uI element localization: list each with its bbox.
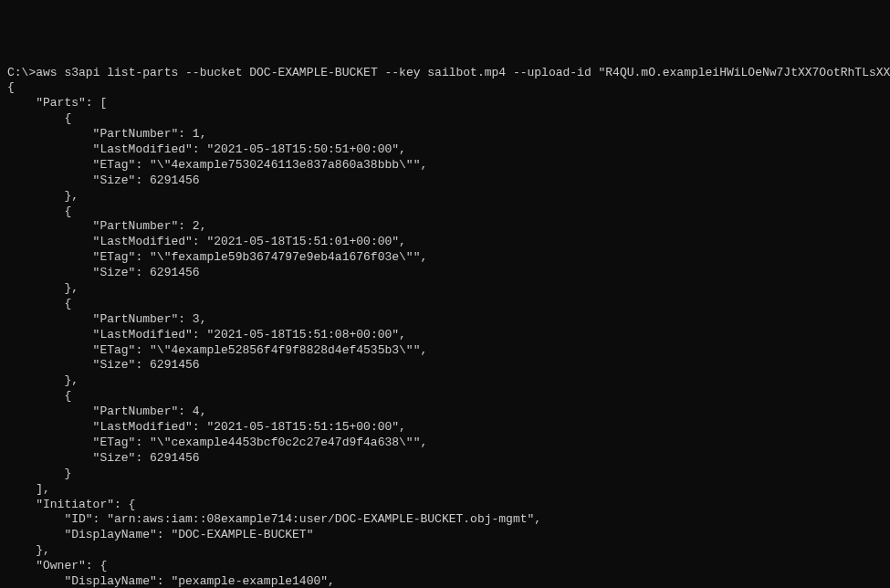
json-output: { "Parts": [ { "PartNumber": 1, "LastMod… bbox=[7, 80, 577, 588]
terminal-output: C:\>aws s3api list-parts --bucket DOC-EX… bbox=[7, 66, 883, 588]
command-prompt: C:\>aws s3api list-parts --bucket DOC-EX… bbox=[7, 66, 890, 79]
